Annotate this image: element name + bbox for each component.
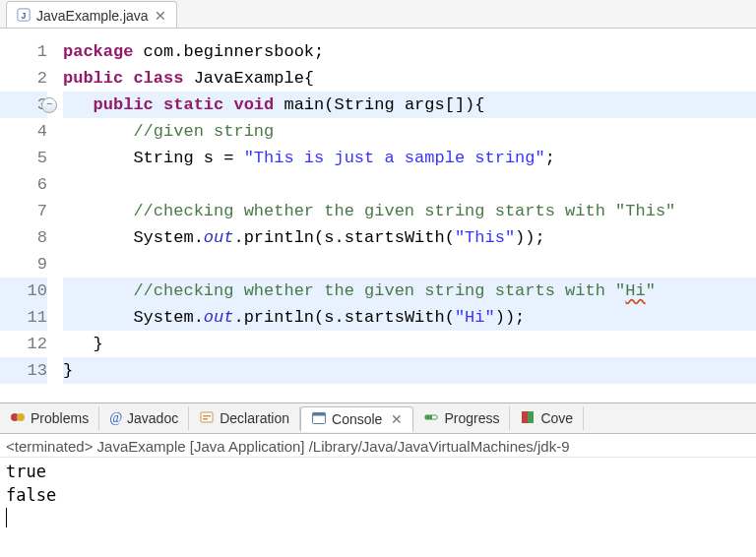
- code-line[interactable]: public static void main(String args[]){: [63, 92, 756, 118]
- token-id: String s =: [133, 149, 243, 167]
- line-number: 8: [0, 224, 47, 251]
- console-cursor-line: [6, 507, 750, 530]
- token-id: com: [133, 42, 173, 61]
- token-id: }: [63, 361, 73, 380]
- fold-marker-icon[interactable]: −: [41, 97, 57, 113]
- token-id: System.: [133, 308, 203, 327]
- token-id: ;: [545, 149, 555, 167]
- line-number: 7: [0, 198, 47, 224]
- tab-label: Problems: [31, 410, 89, 426]
- code-line[interactable]: package com.beginnersbook;: [63, 38, 756, 65]
- token-id: [154, 95, 163, 114]
- line-number: 3−: [0, 92, 47, 118]
- tab-problems[interactable]: Problems: [0, 406, 99, 430]
- line-number: 9: [0, 251, 47, 278]
- line-number: 11: [0, 304, 47, 331]
- token-cm: //given string: [133, 122, 274, 141]
- views-tab-bar: Problems @ Javadoc Declaration Console ✕…: [0, 403, 756, 434]
- code-line[interactable]: }: [63, 357, 756, 384]
- token-id: ));: [495, 308, 526, 327]
- line-number: 13: [0, 357, 47, 384]
- token-fld: out: [204, 228, 234, 247]
- console-process-header: <terminated> JavaExample [Java Applicati…: [0, 434, 756, 458]
- token-id: }: [94, 335, 103, 353]
- console-output[interactable]: truefalse: [0, 458, 756, 536]
- close-icon[interactable]: ✕: [155, 8, 166, 24]
- code-line[interactable]: //given string: [63, 118, 756, 145]
- line-number: 10: [0, 278, 47, 304]
- code-line[interactable]: [63, 171, 756, 198]
- token-kw: package: [63, 42, 133, 61]
- tab-label: Declaration: [220, 410, 289, 426]
- token-kw: public: [63, 69, 123, 88]
- svg-rect-12: [528, 411, 534, 423]
- svg-text:J: J: [22, 10, 27, 20]
- tab-progress[interactable]: Progress: [413, 406, 510, 430]
- console-process-text: <terminated> JavaExample [Java Applicati…: [6, 438, 570, 455]
- token-kw: class: [133, 69, 183, 88]
- token-cm: //checking whether the given string star…: [133, 202, 675, 220]
- code-line[interactable]: String s = "This is just a sample string…: [63, 145, 756, 171]
- code-line[interactable]: System.out.println(s.startsWith("This"))…: [63, 224, 756, 251]
- token-str: "This is just a sample string": [244, 149, 545, 167]
- declaration-icon: [199, 409, 215, 428]
- token-fld: out: [204, 308, 234, 327]
- line-number: 6: [0, 171, 47, 198]
- problems-icon: [10, 409, 26, 428]
- code-line[interactable]: //checking whether the given string star…: [63, 198, 756, 224]
- token-str: "Hi": [455, 308, 495, 327]
- tab-label: Progress: [444, 410, 499, 426]
- token-cm: ": [646, 281, 656, 300]
- token-id: System.: [133, 228, 203, 247]
- svg-rect-8: [313, 412, 326, 415]
- token-kw: void: [233, 95, 274, 114]
- close-icon[interactable]: ✕: [391, 411, 403, 427]
- token-cm: Hi: [625, 281, 645, 300]
- tab-console[interactable]: Console ✕: [300, 406, 413, 432]
- token-id: .beginnersbook;: [173, 42, 324, 61]
- coverage-icon: [520, 409, 536, 428]
- token-id: [223, 95, 233, 114]
- svg-rect-4: [201, 412, 213, 422]
- editor-tab-label: JavaExample.java: [36, 8, 149, 24]
- tab-declaration[interactable]: Declaration: [189, 406, 300, 430]
- caret-icon: [6, 508, 7, 527]
- java-file-icon: J: [17, 8, 31, 25]
- code-line[interactable]: [63, 251, 756, 278]
- token-kw: static: [163, 95, 223, 114]
- progress-icon: [423, 409, 439, 428]
- svg-rect-10: [425, 415, 432, 419]
- tab-label: Console: [332, 411, 382, 427]
- console-line: false: [6, 483, 750, 507]
- line-number: 4: [0, 118, 47, 145]
- editor-tab-bar: J JavaExample.java ✕: [0, 0, 756, 29]
- svg-rect-11: [522, 411, 528, 423]
- tab-coverage[interactable]: Cove: [510, 406, 584, 430]
- token-id: main(String args[]){: [274, 95, 484, 114]
- line-number: 2: [0, 65, 47, 92]
- code-line[interactable]: //checking whether the given string star…: [63, 278, 756, 304]
- tab-label: Cove: [540, 410, 573, 426]
- token-id: JavaExample{: [183, 69, 314, 88]
- code-area[interactable]: package com.beginnersbook;public class J…: [53, 29, 756, 402]
- token-str: "This": [455, 228, 515, 247]
- token-id: .println(s.startsWith(: [233, 228, 454, 247]
- token-cm: //checking whether the given string star…: [133, 281, 625, 300]
- line-number-gutter: 123−45678910111213: [0, 29, 53, 402]
- editor-tab-file[interactable]: J JavaExample.java ✕: [6, 1, 177, 28]
- svg-rect-6: [203, 418, 208, 420]
- code-line[interactable]: System.out.println(s.startsWith("Hi"));: [63, 304, 756, 331]
- tab-label: Javadoc: [127, 410, 178, 426]
- code-editor[interactable]: 123−45678910111213 package com.beginners…: [0, 29, 756, 403]
- code-line[interactable]: }: [63, 331, 756, 357]
- line-number: 5: [0, 145, 47, 171]
- console-line: true: [6, 460, 750, 483]
- javadoc-icon: @: [109, 410, 122, 426]
- code-line[interactable]: public class JavaExample{: [63, 65, 756, 92]
- token-id: ));: [515, 228, 545, 247]
- line-number: 1: [0, 38, 47, 65]
- line-number: 12: [0, 331, 47, 357]
- tab-javadoc[interactable]: @ Javadoc: [99, 406, 189, 430]
- token-id: [123, 69, 133, 88]
- console-icon: [311, 410, 327, 429]
